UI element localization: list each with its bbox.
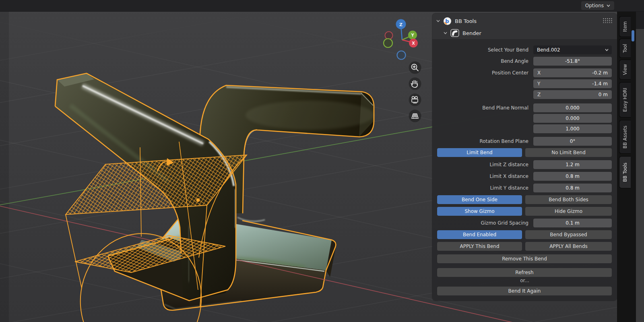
- apply-row: APPLY This Bend APPLY All Bends: [432, 242, 617, 251]
- camera-button[interactable]: [409, 94, 421, 106]
- tab-tool-label: Tool: [622, 44, 628, 53]
- axis-x-prefix: X: [537, 68, 541, 77]
- tab-view[interactable]: View: [619, 60, 631, 80]
- axis-neg-z-ball[interactable]: [397, 51, 406, 60]
- bb-tools-logo-icon: b: [443, 17, 452, 25]
- bend-plane-normal-row-3: 1.000: [432, 124, 617, 133]
- tab-bb-assets-label: BB Assets: [622, 126, 628, 149]
- tab-item-label: Item: [622, 21, 628, 32]
- refresh-button[interactable]: Refresh: [437, 268, 612, 277]
- bend-plane-normal-x-field[interactable]: 0.000: [533, 103, 612, 112]
- bend-angle-label: Bend Angle: [432, 57, 528, 66]
- axis-z-prefix: Z: [537, 90, 541, 99]
- no-limit-bend-button[interactable]: No Limit Bend: [525, 148, 612, 157]
- bend-angle-field[interactable]: -51.8°: [533, 57, 612, 66]
- panel-drag-grip[interactable]: [603, 18, 612, 23]
- rotation-bend-plane-label: Rotation Bend Plane: [432, 137, 528, 146]
- tab-easy-hdri[interactable]: Easy HDRI: [619, 82, 631, 118]
- subpanel-title: Bender: [462, 30, 481, 36]
- tab-bb-assets[interactable]: BB Assets: [619, 120, 631, 154]
- bend-it-again-button[interactable]: Bend It Again: [437, 287, 612, 295]
- remove-this-bend-button[interactable]: Remove This Bend: [437, 254, 612, 263]
- bb-tools-panel: b BB Tools Bender Select Your Bend Bend: [432, 13, 617, 301]
- bend-one-side-button[interactable]: Bend One Side: [437, 195, 522, 204]
- limit-y-row: Limit Y distance 0.8 m: [432, 184, 617, 192]
- bend-side-row: Bend One Side Bend Both Sides: [432, 195, 617, 204]
- select-bend-dropdown[interactable]: Bend.002: [533, 45, 612, 54]
- blender-window: Z Y X: [0, 0, 644, 322]
- sidebar-scrollbar[interactable]: [632, 30, 634, 41]
- limit-x-row: Limit X distance 0.8 m: [432, 172, 617, 181]
- limit-z-label: Limit Z distance: [432, 160, 528, 169]
- limit-bend-row: Limit Bend No Limit Bend: [432, 148, 617, 157]
- bender-icon: [450, 29, 459, 37]
- bend-gizmo-handle-dot[interactable]: [196, 198, 200, 202]
- axis-neg-y-ball[interactable]: [384, 39, 392, 47]
- bend-plane-normal-y-field[interactable]: 0.000: [533, 114, 612, 123]
- limit-y-label: Limit Y distance: [432, 184, 528, 192]
- limit-x-label: Limit X distance: [432, 172, 528, 181]
- bend-plane-normal-label: Bend Plane Normal: [432, 103, 528, 112]
- position-center-y-row: Y -1.4 m: [432, 79, 617, 88]
- bb-tools-header-row[interactable]: b BB Tools: [436, 17, 477, 25]
- right-edge-top: [636, 11, 644, 29]
- chevron-down-icon: [607, 4, 610, 7]
- bend-plane-normal-z-field[interactable]: 1.000: [533, 124, 612, 133]
- tab-bb-tools-label: BB Tools: [622, 163, 628, 182]
- panel-title: BB Tools: [455, 18, 477, 24]
- axis-neg-x-ball[interactable]: [385, 32, 393, 39]
- viewport-header-bar: Options: [0, 0, 644, 12]
- chevron-down-icon: [605, 49, 609, 51]
- tab-easy-hdri-label: Easy HDRI: [622, 88, 628, 112]
- apply-all-bends-button[interactable]: APPLY All Bends: [525, 242, 612, 251]
- bend-enabled-button[interactable]: Bend Enabled: [437, 230, 522, 239]
- position-center-label: Position Center: [432, 68, 528, 77]
- position-y-field[interactable]: Y -1.4 m: [533, 79, 612, 88]
- axis-y-prefix: Y: [537, 79, 540, 88]
- grid-view-button[interactable]: [409, 110, 421, 122]
- rotation-bend-plane-row: Rotation Bend Plane 0°: [432, 137, 617, 146]
- options-button[interactable]: Options: [581, 1, 614, 10]
- position-center-z-row: Z 0 m: [432, 90, 617, 99]
- axis-x-label: X: [412, 41, 415, 45]
- refresh-row: Refresh: [432, 268, 617, 277]
- pan-button[interactable]: [409, 78, 421, 90]
- hide-gizmo-button[interactable]: Hide Gizmo: [525, 207, 612, 216]
- gizmo-grid-spacing-field[interactable]: 0.1 m: [533, 219, 612, 227]
- tab-tool[interactable]: Tool: [619, 39, 631, 58]
- panel-header: b BB Tools Bender: [432, 13, 617, 39]
- right-edge-region: [636, 29, 644, 322]
- tab-item[interactable]: Item: [619, 16, 631, 37]
- limit-x-field[interactable]: 0.8 m: [533, 172, 612, 181]
- select-bend-row: Select Your Bend Bend.002: [432, 45, 617, 54]
- sidebar-tab-strip: Item Tool View Easy HDRI BB Assets BB To…: [617, 11, 636, 322]
- show-gizmo-button[interactable]: Show Gizmo: [437, 207, 522, 216]
- bend-again-row: Bend It Again: [432, 287, 617, 295]
- position-z-field[interactable]: Z 0 m: [533, 90, 612, 99]
- tab-bb-tools[interactable]: BB Tools: [619, 156, 631, 188]
- limit-z-field[interactable]: 1.2 m: [533, 160, 612, 169]
- gizmo-grid-spacing-row: Gizmo Grid Spacing 0.1 m: [432, 219, 617, 227]
- position-x-field[interactable]: X -0.2 m: [533, 68, 612, 77]
- bend-enabled-row: Bend Enabled Bend Bypassed: [432, 230, 617, 239]
- position-z-value: 0 m: [599, 90, 608, 99]
- axis-z-label: Z: [399, 22, 402, 27]
- bender-header-row[interactable]: Bender: [444, 29, 481, 37]
- gizmo-grid-spacing-label: Gizmo Grid Spacing: [432, 219, 528, 227]
- tab-view-label: View: [622, 64, 628, 75]
- apply-this-bend-button[interactable]: APPLY This Bend: [437, 242, 522, 251]
- bend-both-sides-button[interactable]: Bend Both Sides: [525, 195, 612, 204]
- select-bend-value: Bend.002: [537, 45, 560, 54]
- select-bend-label: Select Your Bend: [432, 45, 528, 54]
- bend-bypassed-button[interactable]: Bend Bypassed: [525, 230, 612, 239]
- rotation-bend-plane-field[interactable]: 0°: [533, 137, 612, 146]
- limit-bend-button[interactable]: Limit Bend: [437, 148, 522, 157]
- chevron-down-icon: [444, 32, 447, 34]
- or-text: or...: [432, 278, 617, 283]
- viewport-left-shade: [0, 0, 9, 322]
- limit-y-field[interactable]: 0.8 m: [533, 184, 612, 192]
- zoom-button[interactable]: [409, 62, 421, 74]
- remove-bend-row: Remove This Bend: [432, 254, 617, 263]
- position-x-value: -0.2 m: [592, 68, 608, 77]
- bend-plane-normal-row-2: 0.000: [432, 114, 617, 123]
